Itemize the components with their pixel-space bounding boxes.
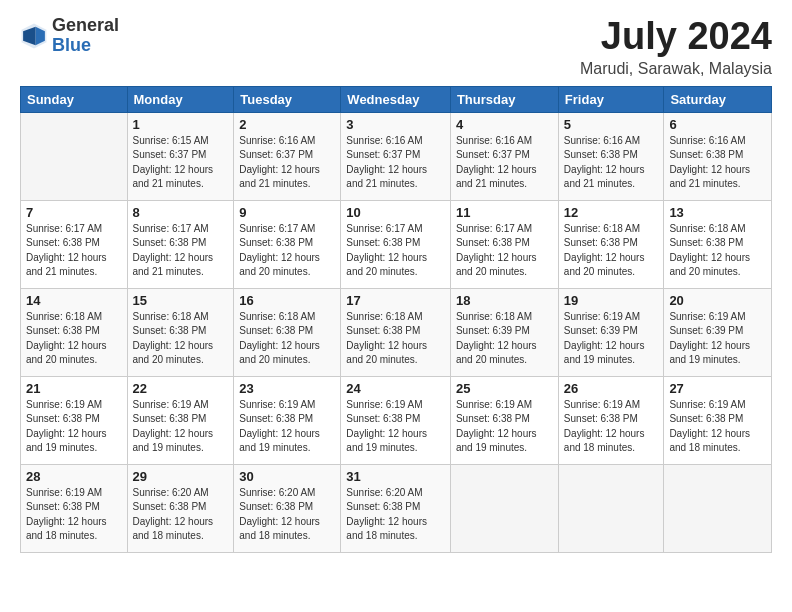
calendar-cell: 20Sunrise: 6:19 AM Sunset: 6:39 PM Dayli… xyxy=(664,288,772,376)
week-row-4: 21Sunrise: 6:19 AM Sunset: 6:38 PM Dayli… xyxy=(21,376,772,464)
day-number: 31 xyxy=(346,469,445,484)
calendar-cell: 30Sunrise: 6:20 AM Sunset: 6:38 PM Dayli… xyxy=(234,464,341,552)
calendar-cell: 17Sunrise: 6:18 AM Sunset: 6:38 PM Dayli… xyxy=(341,288,451,376)
calendar-cell: 27Sunrise: 6:19 AM Sunset: 6:38 PM Dayli… xyxy=(664,376,772,464)
calendar-cell: 13Sunrise: 6:18 AM Sunset: 6:38 PM Dayli… xyxy=(664,200,772,288)
day-number: 17 xyxy=(346,293,445,308)
calendar-cell: 18Sunrise: 6:18 AM Sunset: 6:39 PM Dayli… xyxy=(450,288,558,376)
day-info: Sunrise: 6:20 AM Sunset: 6:38 PM Dayligh… xyxy=(346,486,445,544)
day-number: 16 xyxy=(239,293,335,308)
calendar-cell: 4Sunrise: 6:16 AM Sunset: 6:37 PM Daylig… xyxy=(450,112,558,200)
calendar-cell: 31Sunrise: 6:20 AM Sunset: 6:38 PM Dayli… xyxy=(341,464,451,552)
week-row-1: 1Sunrise: 6:15 AM Sunset: 6:37 PM Daylig… xyxy=(21,112,772,200)
day-info: Sunrise: 6:17 AM Sunset: 6:38 PM Dayligh… xyxy=(456,222,553,280)
day-info: Sunrise: 6:18 AM Sunset: 6:38 PM Dayligh… xyxy=(239,310,335,368)
day-number: 13 xyxy=(669,205,766,220)
calendar-cell xyxy=(21,112,128,200)
day-info: Sunrise: 6:18 AM Sunset: 6:39 PM Dayligh… xyxy=(456,310,553,368)
day-number: 6 xyxy=(669,117,766,132)
calendar-cell xyxy=(558,464,664,552)
day-number: 20 xyxy=(669,293,766,308)
header: GeneralBlue July 2024 Marudi, Sarawak, M… xyxy=(20,16,772,78)
day-info: Sunrise: 6:19 AM Sunset: 6:38 PM Dayligh… xyxy=(346,398,445,456)
calendar-cell xyxy=(664,464,772,552)
day-number: 11 xyxy=(456,205,553,220)
calendar-cell: 5Sunrise: 6:16 AM Sunset: 6:38 PM Daylig… xyxy=(558,112,664,200)
day-info: Sunrise: 6:19 AM Sunset: 6:38 PM Dayligh… xyxy=(26,486,122,544)
day-info: Sunrise: 6:16 AM Sunset: 6:37 PM Dayligh… xyxy=(346,134,445,192)
logo: GeneralBlue xyxy=(20,16,119,56)
day-number: 21 xyxy=(26,381,122,396)
calendar-table: SundayMondayTuesdayWednesdayThursdayFrid… xyxy=(20,86,772,553)
day-info: Sunrise: 6:16 AM Sunset: 6:37 PM Dayligh… xyxy=(456,134,553,192)
calendar-cell: 8Sunrise: 6:17 AM Sunset: 6:38 PM Daylig… xyxy=(127,200,234,288)
day-info: Sunrise: 6:17 AM Sunset: 6:38 PM Dayligh… xyxy=(26,222,122,280)
day-number: 12 xyxy=(564,205,659,220)
day-number: 7 xyxy=(26,205,122,220)
calendar-cell xyxy=(450,464,558,552)
calendar-body: 1Sunrise: 6:15 AM Sunset: 6:37 PM Daylig… xyxy=(21,112,772,552)
day-info: Sunrise: 6:19 AM Sunset: 6:39 PM Dayligh… xyxy=(564,310,659,368)
day-info: Sunrise: 6:16 AM Sunset: 6:38 PM Dayligh… xyxy=(669,134,766,192)
day-number: 9 xyxy=(239,205,335,220)
week-row-5: 28Sunrise: 6:19 AM Sunset: 6:38 PM Dayli… xyxy=(21,464,772,552)
day-info: Sunrise: 6:19 AM Sunset: 6:38 PM Dayligh… xyxy=(133,398,229,456)
calendar-cell: 15Sunrise: 6:18 AM Sunset: 6:38 PM Dayli… xyxy=(127,288,234,376)
weekday-header-saturday: Saturday xyxy=(664,86,772,112)
title-block: July 2024 Marudi, Sarawak, Malaysia xyxy=(580,16,772,78)
logo-text: GeneralBlue xyxy=(52,16,119,56)
week-row-2: 7Sunrise: 6:17 AM Sunset: 6:38 PM Daylig… xyxy=(21,200,772,288)
day-info: Sunrise: 6:17 AM Sunset: 6:38 PM Dayligh… xyxy=(346,222,445,280)
weekday-header-thursday: Thursday xyxy=(450,86,558,112)
calendar-cell: 22Sunrise: 6:19 AM Sunset: 6:38 PM Dayli… xyxy=(127,376,234,464)
day-info: Sunrise: 6:20 AM Sunset: 6:38 PM Dayligh… xyxy=(133,486,229,544)
weekday-header-monday: Monday xyxy=(127,86,234,112)
day-number: 3 xyxy=(346,117,445,132)
day-number: 2 xyxy=(239,117,335,132)
calendar-cell: 2Sunrise: 6:16 AM Sunset: 6:37 PM Daylig… xyxy=(234,112,341,200)
calendar-cell: 21Sunrise: 6:19 AM Sunset: 6:38 PM Dayli… xyxy=(21,376,128,464)
week-row-3: 14Sunrise: 6:18 AM Sunset: 6:38 PM Dayli… xyxy=(21,288,772,376)
month-title: July 2024 xyxy=(580,16,772,58)
day-number: 15 xyxy=(133,293,229,308)
day-info: Sunrise: 6:16 AM Sunset: 6:37 PM Dayligh… xyxy=(239,134,335,192)
calendar-cell: 6Sunrise: 6:16 AM Sunset: 6:38 PM Daylig… xyxy=(664,112,772,200)
calendar-cell: 24Sunrise: 6:19 AM Sunset: 6:38 PM Dayli… xyxy=(341,376,451,464)
day-info: Sunrise: 6:18 AM Sunset: 6:38 PM Dayligh… xyxy=(133,310,229,368)
calendar-header: SundayMondayTuesdayWednesdayThursdayFrid… xyxy=(21,86,772,112)
day-number: 8 xyxy=(133,205,229,220)
calendar-cell: 3Sunrise: 6:16 AM Sunset: 6:37 PM Daylig… xyxy=(341,112,451,200)
calendar-cell: 10Sunrise: 6:17 AM Sunset: 6:38 PM Dayli… xyxy=(341,200,451,288)
calendar-cell: 25Sunrise: 6:19 AM Sunset: 6:38 PM Dayli… xyxy=(450,376,558,464)
day-info: Sunrise: 6:16 AM Sunset: 6:38 PM Dayligh… xyxy=(564,134,659,192)
calendar-cell: 14Sunrise: 6:18 AM Sunset: 6:38 PM Dayli… xyxy=(21,288,128,376)
calendar-cell: 28Sunrise: 6:19 AM Sunset: 6:38 PM Dayli… xyxy=(21,464,128,552)
day-info: Sunrise: 6:17 AM Sunset: 6:38 PM Dayligh… xyxy=(239,222,335,280)
day-info: Sunrise: 6:18 AM Sunset: 6:38 PM Dayligh… xyxy=(564,222,659,280)
calendar-cell: 12Sunrise: 6:18 AM Sunset: 6:38 PM Dayli… xyxy=(558,200,664,288)
day-info: Sunrise: 6:19 AM Sunset: 6:38 PM Dayligh… xyxy=(456,398,553,456)
day-number: 1 xyxy=(133,117,229,132)
calendar-cell: 1Sunrise: 6:15 AM Sunset: 6:37 PM Daylig… xyxy=(127,112,234,200)
day-number: 10 xyxy=(346,205,445,220)
calendar-cell: 16Sunrise: 6:18 AM Sunset: 6:38 PM Dayli… xyxy=(234,288,341,376)
day-number: 30 xyxy=(239,469,335,484)
day-number: 25 xyxy=(456,381,553,396)
day-number: 4 xyxy=(456,117,553,132)
logo-icon xyxy=(20,22,48,50)
calendar-cell: 11Sunrise: 6:17 AM Sunset: 6:38 PM Dayli… xyxy=(450,200,558,288)
day-info: Sunrise: 6:19 AM Sunset: 6:38 PM Dayligh… xyxy=(26,398,122,456)
day-number: 19 xyxy=(564,293,659,308)
day-number: 26 xyxy=(564,381,659,396)
day-info: Sunrise: 6:20 AM Sunset: 6:38 PM Dayligh… xyxy=(239,486,335,544)
calendar-cell: 19Sunrise: 6:19 AM Sunset: 6:39 PM Dayli… xyxy=(558,288,664,376)
day-info: Sunrise: 6:15 AM Sunset: 6:37 PM Dayligh… xyxy=(133,134,229,192)
day-info: Sunrise: 6:18 AM Sunset: 6:38 PM Dayligh… xyxy=(346,310,445,368)
weekday-header-wednesday: Wednesday xyxy=(341,86,451,112)
location-title: Marudi, Sarawak, Malaysia xyxy=(580,60,772,78)
day-number: 28 xyxy=(26,469,122,484)
calendar-cell: 23Sunrise: 6:19 AM Sunset: 6:38 PM Dayli… xyxy=(234,376,341,464)
calendar-cell: 7Sunrise: 6:17 AM Sunset: 6:38 PM Daylig… xyxy=(21,200,128,288)
day-number: 5 xyxy=(564,117,659,132)
page: GeneralBlue July 2024 Marudi, Sarawak, M… xyxy=(0,0,792,612)
